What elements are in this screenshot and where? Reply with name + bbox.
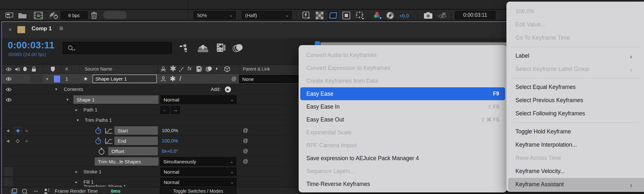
switch-cell[interactable] [30,75,36,83]
close-icon[interactable]: × [8,26,12,34]
guides-grid-icon[interactable] [355,11,365,20]
keyframe-toggle-selected[interactable]: ◆ [14,127,22,134]
menu-item-keyframe-velocity[interactable]: Keyframe Velocity... [506,165,644,178]
chevron-down-icon[interactable]: ▾ [55,83,57,96]
stopwatch-icon-active[interactable] [95,127,102,134]
chevron-right-icon[interactable]: ▸ [75,185,77,187]
resolution-select[interactable]: (Half) ⌄ [242,11,292,19]
lock-icon[interactable] [32,66,36,72]
group-label-highlight[interactable]: Shape 1 [73,95,159,104]
panel-menu-icon[interactable]: ≡ [59,24,63,32]
property-value[interactable]: 0x+0,0° [162,146,178,156]
region-of-interest-icon[interactable] [328,10,339,21]
interpret-footage-icon[interactable] [5,11,14,20]
graph-editor-icon[interactable] [105,138,113,144]
pickwhip-icon[interactable]: @ [231,74,236,84]
next-keyframe-icon[interactable]: ▶ [26,125,28,136]
graph-editor-icon[interactable] [105,128,113,134]
toggle-switches-modes-button[interactable]: Toggle Switches / Modes [160,188,236,194]
show-snapshot-icon[interactable] [437,11,447,20]
menu-item-keyframe-interpolation[interactable]: Keyframe Interpolation... [506,138,644,151]
draft-3d-icon[interactable] [197,44,209,53]
keyframe-toggle[interactable]: ◇ [16,136,20,146]
property-label-highlight[interactable]: Start [114,126,158,135]
menu-item-toggle-hold-keyframe[interactable]: Toggle Hold Keyframe [506,125,644,138]
new-composition-icon[interactable] [33,11,43,20]
adjustment-layer-icon[interactable]: ◐ [216,65,219,72]
add-button[interactable]: ▶ [225,86,231,92]
frame-blending-icon[interactable] [215,43,227,52]
channel-settings-icon[interactable] [372,11,383,20]
magnification-select[interactable]: 50% ⌄ [194,11,236,19]
eye-icon[interactable] [6,77,12,81]
source-name-header[interactable]: Source Name [85,66,112,72]
mask-visibility-icon[interactable] [341,11,351,20]
index-column-header[interactable]: # [65,66,68,72]
composition-flowchart-icon[interactable] [178,44,191,53]
eye-icon[interactable] [6,98,12,102]
label-icon[interactable] [50,66,55,72]
menu-item-select-following-keyframes[interactable]: Select Following Keyframes [506,107,644,120]
layer-color-swatch[interactable] [53,75,61,83]
pickwhip-icon[interactable]: @ [243,125,248,136]
property-label-highlight[interactable]: Trim Mu...le Shapes [95,157,159,166]
menu-item-keyframe-assistant[interactable]: Keyframe Assistant› [508,178,644,191]
eye-icon[interactable] [6,88,12,92]
exposure-offset-value[interactable]: +0,0 [397,11,411,20]
render-pipeline-icon[interactable] [43,188,50,194]
visibility-cell[interactable] [4,167,13,176]
parent-link-header[interactable]: Parent & Link [243,66,270,72]
chevron-down-icon[interactable]: ▾ [66,93,68,106]
property-value[interactable]: 100,0% [162,125,178,136]
property-label[interactable]: Path 1 [83,105,97,115]
inout-pane-icon[interactable]: ↔ [33,187,39,194]
layer-name-field[interactable]: Shape Layer 1 [92,74,157,83]
menu-item-select-equal-keyframes[interactable]: Select Equal Keyframes [506,81,644,94]
parent-select[interactable]: None [239,75,300,83]
pickwhip-icon[interactable]: @ [243,146,248,156]
menu-item-time-reverse-keyframes[interactable]: Time-Reverse Keyframes [299,178,507,190]
path-direction-reverse-icon[interactable]: ← [160,106,169,114]
bit-depth-button[interactable]: 8 bpc [61,11,88,19]
solo-icon[interactable] [23,67,27,71]
stopwatch-icon-active[interactable] [95,137,102,145]
property-value[interactable]: 100,0% [162,136,178,146]
stopwatch-icon[interactable] [98,148,105,155]
fast-preview-icon[interactable] [302,11,311,20]
quality-switch-icon[interactable]: / [179,74,181,83]
cube-3d-icon[interactable] [224,66,230,72]
gpu-acceleration-icon[interactable] [48,11,59,20]
menu-item-save-expression-aejuice[interactable]: Save expression to AEJuice Pack Manager … [299,152,507,165]
pickwhip-icon[interactable]: @ [243,136,248,146]
viewer-timecode-field[interactable]: 0:00:03:11 [455,11,495,19]
transparency-grid-icon[interactable] [315,11,324,20]
menu-item-easy-ease-in[interactable]: Easy Ease In⇧ F9 [299,100,507,113]
quality-icon[interactable] [179,67,184,72]
collapse-transformations-icon[interactable]: ✱ [170,64,176,73]
blend-mode-select[interactable]: Normal ⌄ [160,95,236,104]
audio-icon[interactable] [15,67,20,72]
blend-mode-select[interactable]: Normal ⌄ [160,168,236,176]
group-label[interactable]: Stroke 1 [83,167,101,177]
chevron-down-icon[interactable]: ▾ [77,114,79,127]
group-label[interactable]: Trim Paths 1 [85,115,112,125]
transfer-controls-pane-icon[interactable] [22,189,28,194]
group-label[interactable]: Transform: Shape 1 [83,185,126,187]
trim-multiple-select[interactable]: Simultaneously ⌄ [160,157,236,166]
trash-icon[interactable] [90,11,98,20]
property-label-highlight[interactable]: Offset [108,147,158,155]
previous-keyframe-icon[interactable]: ◀ [6,125,9,136]
snapshot-icon[interactable] [423,11,433,20]
path-direction-forward-icon[interactable]: → [171,106,180,114]
chevron-down-icon[interactable]: ▾ [46,73,48,85]
tab-title[interactable]: Comp 1 [32,25,52,32]
menu-item-label[interactable]: Label› [506,49,644,63]
previous-keyframe-icon[interactable]: ◀ [6,136,9,146]
current-time-display[interactable]: 0:00:03:11 [8,40,54,51]
new-folder-icon[interactable] [18,11,27,20]
motion-blur-icon[interactable] [231,44,244,53]
shy-switch-icon[interactable] [160,76,166,82]
eye-icon[interactable] [6,67,12,71]
search-input[interactable] [62,42,172,54]
menu-item-easy-ease-out[interactable]: Easy Ease Out⇧ ⌘ F9 [299,113,507,126]
